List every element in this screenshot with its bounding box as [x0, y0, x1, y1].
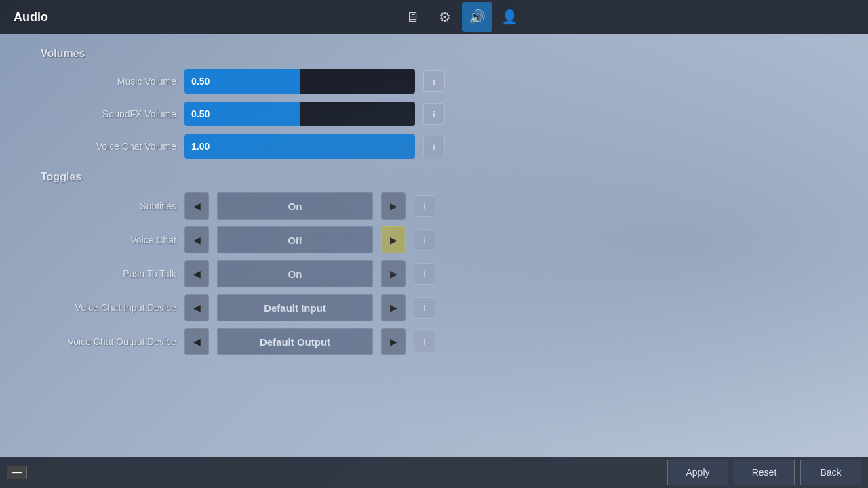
subtitles-label: Subtitles: [41, 201, 176, 211]
voicechat-next-button[interactable]: ▶: [381, 226, 406, 253]
voicechat-output-info[interactable]: i: [414, 331, 435, 352]
music-volume-info[interactable]: i: [423, 70, 445, 92]
subtitles-next-button[interactable]: ▶: [381, 192, 406, 220]
music-volume-label: Music Volume: [41, 76, 176, 87]
toggles-section: Toggles Subtitles ◀ On ▶ i Voice Chat ◀ …: [41, 171, 827, 355]
voicechat-toggle-info[interactable]: i: [414, 229, 435, 251]
nav-icons: 🖥 ⚙ 🔊 👤: [397, 2, 525, 32]
voicechat-output-label: Voice Chat Output Device: [41, 336, 176, 347]
soundfx-volume-slider[interactable]: 0.50: [184, 102, 415, 126]
music-volume-row: Music Volume 0.50 i: [41, 69, 827, 94]
voicechat-input-prev-button[interactable]: ◀: [184, 294, 209, 321]
soundfx-volume-row: SoundFX Volume 0.50 i: [41, 102, 827, 126]
pushtotalk-label: Push To Talk: [41, 268, 176, 279]
toggles-section-title: Toggles: [41, 171, 827, 183]
bottom-icon: —: [7, 466, 27, 479]
voicechat-toggle-row: Voice Chat ◀ Off ▶ i: [41, 226, 827, 253]
music-volume-fill: 0.50: [184, 69, 300, 94]
apply-button[interactable]: Apply: [667, 460, 728, 485]
pushtotalk-next-button[interactable]: ▶: [381, 260, 406, 287]
voicechat-input-value: Default Input: [217, 294, 373, 321]
soundfx-volume-fill: 0.50: [184, 102, 300, 126]
bottom-bar: — Apply Reset Back: [0, 457, 868, 488]
voicechat-prev-button[interactable]: ◀: [184, 226, 209, 253]
voicechat-output-row: Voice Chat Output Device ◀ Default Outpu…: [41, 328, 827, 355]
voicechat-toggle-value: Off: [217, 226, 373, 253]
top-bar: Audio 🖥 ⚙ 🔊 👤: [0, 0, 868, 34]
volumes-section-title: Volumes: [41, 47, 827, 60]
voicechat-input-row: Voice Chat Input Device ◀ Default Input …: [41, 294, 827, 321]
voicechat-volume-info[interactable]: i: [423, 136, 445, 157]
voicechat-volume-row: Voice Chat Volume 1.00 i: [41, 134, 827, 159]
voicechat-input-next-button[interactable]: ▶: [381, 294, 406, 321]
pushtotalk-prev-button[interactable]: ◀: [184, 260, 209, 287]
soundfx-volume-label: SoundFX Volume: [41, 108, 176, 119]
voicechat-output-value: Default Output: [217, 328, 373, 355]
reset-button[interactable]: Reset: [734, 460, 795, 485]
pushtotalk-value: On: [217, 260, 373, 287]
soundfx-volume-empty: [300, 102, 415, 126]
voicechat-input-label: Voice Chat Input Device: [41, 302, 176, 313]
voicechat-volume-slider[interactable]: 1.00: [184, 134, 415, 159]
voicechat-volume-label: Voice Chat Volume: [41, 141, 176, 152]
voicechat-output-prev-button[interactable]: ◀: [184, 328, 209, 355]
music-volume-empty: [300, 69, 415, 94]
speaker-nav-icon[interactable]: 🔊: [462, 2, 492, 32]
subtitles-info[interactable]: i: [414, 195, 435, 217]
monitor-nav-icon[interactable]: 🖥: [397, 2, 427, 32]
main-content: Volumes Music Volume 0.50 i SoundFX Volu…: [0, 34, 868, 375]
subtitles-prev-button[interactable]: ◀: [184, 192, 209, 220]
bottom-buttons: Apply Reset Back: [667, 460, 861, 485]
voicechat-output-next-button[interactable]: ▶: [381, 328, 406, 355]
person-nav-icon[interactable]: 👤: [495, 2, 525, 32]
music-volume-slider[interactable]: 0.50: [184, 69, 415, 94]
gear-nav-icon[interactable]: ⚙: [430, 2, 460, 32]
voicechat-input-info[interactable]: i: [414, 297, 435, 319]
pushtotalk-info[interactable]: i: [414, 263, 435, 285]
voicechat-toggle-label: Voice Chat: [41, 235, 176, 245]
subtitles-toggle-row: Subtitles ◀ On ▶ i: [41, 192, 827, 220]
back-button[interactable]: Back: [800, 460, 861, 485]
soundfx-volume-info[interactable]: i: [423, 103, 445, 125]
pushtotalk-toggle-row: Push To Talk ◀ On ▶ i: [41, 260, 827, 287]
subtitles-value: On: [217, 192, 373, 220]
page-title: Audio: [14, 10, 48, 24]
voicechat-volume-fill: 1.00: [184, 134, 415, 159]
